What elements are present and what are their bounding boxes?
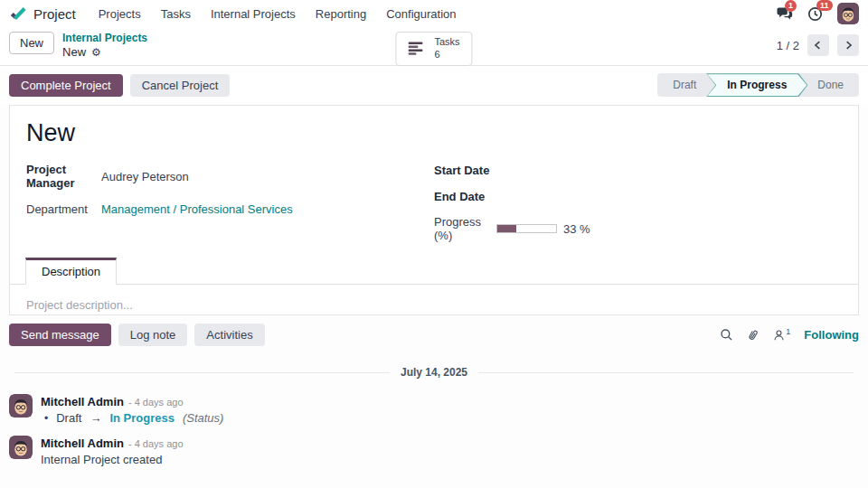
project-manager-value[interactable]: Audrey Peterson: [101, 170, 189, 183]
chevron-right-icon: [842, 39, 854, 52]
smart-button-count: 6: [434, 49, 459, 61]
department-label: Department: [26, 202, 101, 216]
nav-item-internal-projects[interactable]: Internal Projects: [201, 7, 306, 21]
chatter: Send message Log note Activities: [0, 315, 868, 473]
activities-button[interactable]: Activities: [194, 324, 264, 346]
following-toggle[interactable]: Following: [804, 328, 859, 342]
attachments-button[interactable]: [747, 328, 760, 342]
arrow-right-icon: →: [90, 411, 101, 425]
notebook-tabs: Description: [10, 258, 858, 285]
progress-bar-fill: [497, 225, 516, 232]
divider: [478, 372, 854, 373]
message-author-avatar[interactable]: [9, 436, 33, 459]
nav-item-reporting[interactable]: Reporting: [306, 7, 376, 21]
message-author-avatar[interactable]: [9, 394, 33, 418]
description-field[interactable]: Project description...: [26, 285, 842, 325]
tracking-new-value: In Progress: [109, 411, 175, 425]
progress-value: 33 %: [563, 222, 590, 236]
tracking-field-name: (Status): [183, 411, 224, 425]
tracking-change: • Draft → In Progress (Status): [41, 411, 223, 425]
app-name: Project: [33, 6, 76, 22]
field-grid: Project Manager Audrey Peterson Departme…: [26, 163, 842, 242]
nav-item-configuration[interactable]: Configuration: [376, 7, 466, 21]
breadcrumb-current: New: [62, 45, 86, 60]
app-logo[interactable]: Project: [9, 5, 76, 23]
message-author[interactable]: Mitchell Admin: [41, 436, 124, 450]
start-date-label: Start Date: [434, 164, 496, 177]
chevron-left-icon: [812, 39, 825, 52]
message-tracking: Mitchell Admin - 4 days ago • Draft → In…: [9, 389, 859, 431]
activities-badge: 11: [816, 0, 833, 11]
navbar-systray: 1 11: [776, 3, 859, 24]
form-sheet: New Project Manager Audrey Peterson Depa…: [9, 105, 859, 315]
message-time: - 4 days ago: [128, 397, 184, 408]
stage-done[interactable]: Done: [802, 73, 859, 97]
field-progress: Progress (%) 33 %: [434, 215, 842, 242]
date-separator: July 14, 2025: [14, 366, 854, 379]
date-separator-label: July 14, 2025: [401, 366, 467, 379]
pager-previous-button[interactable]: [807, 34, 829, 56]
field-project-manager: Project Manager Audrey Peterson: [26, 163, 434, 190]
tab-description[interactable]: Description: [25, 258, 117, 285]
activities-menu[interactable]: 11: [807, 6, 823, 22]
tasks-smart-button[interactable]: Tasks 6: [395, 32, 472, 66]
record-title[interactable]: New: [26, 119, 842, 147]
tasks-list-icon: [408, 42, 426, 55]
nav-item-tasks[interactable]: Tasks: [151, 7, 201, 21]
tracking-old-value: Draft: [56, 411, 81, 425]
progress-bar: [496, 224, 557, 233]
pager: 1 / 2: [777, 32, 859, 56]
search-messages-button[interactable]: [720, 328, 733, 342]
stage-in-progress[interactable]: In Progress: [706, 73, 807, 97]
stage-draft[interactable]: Draft: [657, 73, 712, 97]
project-manager-label: Project Manager: [26, 163, 101, 190]
field-end-date: End Date: [434, 189, 842, 203]
control-panel: New Internal Projects New ⚙ Tasks 6 1 / …: [0, 27, 868, 66]
gear-icon[interactable]: ⚙: [91, 47, 101, 58]
message-note: Mitchell Admin - 4 days ago Internal Pro…: [9, 431, 859, 473]
user-avatar[interactable]: [837, 3, 859, 24]
send-message-button[interactable]: Send message: [9, 324, 111, 346]
field-department: Department Management / Professional Ser…: [26, 202, 434, 216]
department-value-link[interactable]: Management / Professional Services: [101, 202, 293, 216]
paperclip-icon: [745, 326, 763, 344]
pager-next-button[interactable]: [837, 34, 859, 56]
message-body: Internal Project created: [41, 453, 184, 466]
follower-person-icon: [773, 329, 785, 342]
divider: [14, 372, 390, 373]
end-date-label: End Date: [434, 190, 496, 203]
bullet-icon: •: [44, 412, 48, 425]
field-start-date: Start Date: [434, 163, 842, 177]
checkmark-logo-icon: [9, 5, 27, 23]
pager-count: 1 / 2: [777, 39, 799, 52]
top-navbar: Project Projects Tasks Internal Projects…: [0, 0, 868, 27]
stage-pipeline: Draft In Progress Done: [657, 73, 859, 97]
smart-button-label: Tasks: [434, 36, 459, 49]
nav-item-projects[interactable]: Projects: [89, 7, 151, 21]
progress-label: Progress (%): [434, 215, 496, 242]
log-note-button[interactable]: Log note: [118, 324, 188, 346]
breadcrumb: Internal Projects New ⚙: [62, 32, 147, 60]
form-statusbar: Complete Project Cancel Project Draft In…: [0, 66, 868, 105]
complete-project-button[interactable]: Complete Project: [9, 74, 123, 97]
message-author[interactable]: Mitchell Admin: [41, 395, 124, 408]
message-time: - 4 days ago: [128, 438, 184, 449]
search-icon: [720, 328, 733, 342]
new-record-button[interactable]: New: [9, 32, 54, 54]
chatter-toolbar: Send message Log note Activities: [9, 324, 859, 346]
cancel-project-button[interactable]: Cancel Project: [130, 74, 231, 97]
followers-button[interactable]: 1: [773, 329, 790, 342]
messages-badge: 1: [785, 0, 797, 12]
messages-menu[interactable]: 1: [776, 6, 793, 21]
followers-count: 1: [786, 327, 790, 336]
breadcrumb-parent-link[interactable]: Internal Projects: [62, 32, 147, 45]
